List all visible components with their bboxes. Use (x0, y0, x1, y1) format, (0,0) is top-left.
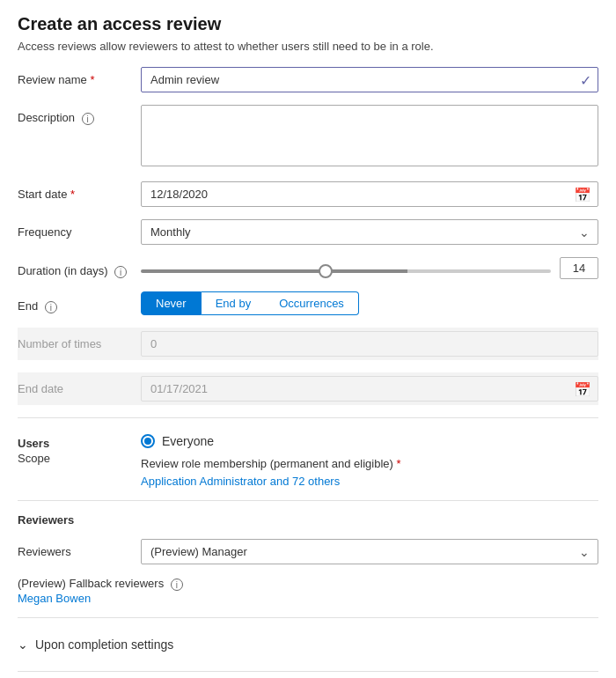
completion-settings-toggle[interactable]: ⌄ Upon completion settings (18, 630, 598, 659)
end-occurrences-button[interactable]: Occurrences (265, 291, 359, 315)
page-title: Create an access review (18, 14, 598, 34)
completion-settings-label: Upon completion settings (35, 637, 173, 652)
description-input[interactable] (141, 105, 598, 166)
start-date-input[interactable] (141, 181, 598, 207)
end-by-button[interactable]: End by (202, 291, 265, 315)
end-date-label: End date (18, 376, 141, 395)
reviewers-select[interactable]: (Preview) Manager Selected users Members… (141, 539, 598, 564)
scope-everyone-label: Everyone (162, 434, 214, 448)
completion-chevron-icon: ⌄ (18, 637, 28, 652)
end-label: End i (18, 293, 141, 313)
start-date-label: Start date * (18, 181, 141, 201)
fallback-reviewer-link[interactable]: Megan Bowen (18, 592, 91, 605)
divider-users (18, 417, 598, 418)
description-label: Description i (18, 105, 141, 125)
end-date-calendar-icon: 📅 (574, 380, 591, 397)
review-name-label: Review name * (18, 67, 141, 86)
description-info-icon: i (82, 113, 94, 125)
review-name-input[interactable] (141, 67, 598, 92)
duration-slider[interactable] (141, 269, 551, 273)
end-date-input (141, 376, 598, 402)
number-of-times-label: Number of times (18, 331, 141, 350)
end-info-icon: i (45, 301, 57, 313)
duration-info-icon: i (114, 266, 127, 278)
frequency-select[interactable]: Daily Weekly Monthly Quarterly Annually (141, 219, 598, 245)
reviewers-section-label: Reviewers (18, 513, 74, 527)
users-label: Users (18, 437, 141, 450)
number-of-times-input (141, 331, 598, 357)
reviewers-label: Reviewers (18, 539, 141, 558)
end-never-button[interactable]: Never (141, 291, 202, 315)
divider-footer (18, 671, 598, 672)
divider-completion (18, 617, 598, 618)
page-subtitle: Access reviews allow reviewers to attest… (18, 40, 598, 53)
check-icon: ✓ (580, 71, 591, 88)
duration-value: 14 (560, 257, 598, 279)
fallback-info-icon: i (171, 579, 183, 591)
review-membership-link[interactable]: Application Administrator and 72 others (141, 475, 340, 488)
frequency-label: Frequency (18, 219, 141, 239)
scope-everyone-radio[interactable] (141, 434, 155, 448)
duration-label: Duration (in days) i (18, 258, 141, 278)
divider-reviewers (18, 500, 598, 501)
scope-label: Scope (18, 452, 141, 465)
calendar-icon: 📅 (574, 186, 591, 203)
review-membership-label: Review role membership (permanent and el… (141, 457, 598, 470)
fallback-label: (Preview) Fallback reviewers i (18, 577, 598, 591)
